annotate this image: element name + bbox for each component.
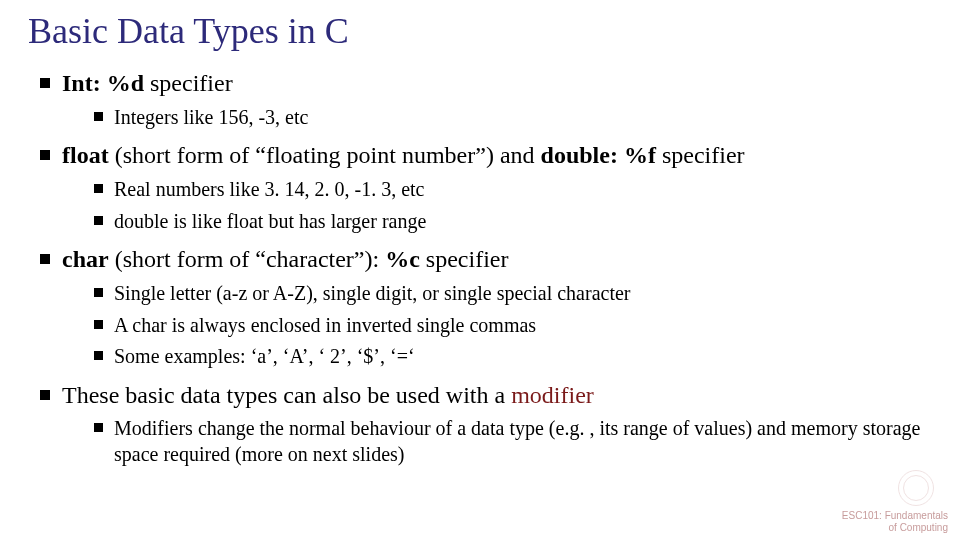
sub-list: Integers like 156, -3, etc <box>62 105 932 131</box>
list-item: Single letter (a-z or A-Z), single digit… <box>94 281 932 307</box>
list-item: Int: %d specifierIntegers like 156, -3, … <box>40 68 932 130</box>
list-item: double is like float but has larger rang… <box>94 209 932 235</box>
list-item: These basic data types can also be used … <box>40 380 932 468</box>
list-item: Modifiers change the normal behaviour of… <box>94 416 932 467</box>
bullet-list: Int: %d specifierIntegers like 156, -3, … <box>28 68 932 468</box>
list-item: Integers like 156, -3, etc <box>94 105 932 131</box>
footer-line-2: of Computing <box>889 522 948 533</box>
footer-line-1: ESC101: Fundamentals <box>842 510 948 521</box>
sub-list: Modifiers change the normal behaviour of… <box>62 416 932 467</box>
slide: Basic Data Types in C Int: %d specifierI… <box>0 0 960 540</box>
list-item: Some examples: ‘a’, ‘A’, ‘ 2’, ‘$’, ‘=‘ <box>94 344 932 370</box>
list-item: A char is always enclosed in inverted si… <box>94 313 932 339</box>
sub-list: Single letter (a-z or A-Z), single digit… <box>62 281 932 370</box>
list-item: char (short form of “character”): %c spe… <box>40 244 932 370</box>
sub-list: Real numbers like 3. 14, 2. 0, -1. 3, et… <box>62 177 932 234</box>
institute-seal-icon <box>898 470 934 506</box>
footer-text: ESC101: Fundamentals of Computing <box>842 510 948 534</box>
page-title: Basic Data Types in C <box>28 10 932 52</box>
list-item: Real numbers like 3. 14, 2. 0, -1. 3, et… <box>94 177 932 203</box>
list-item: float (short form of “floating point num… <box>40 140 932 234</box>
